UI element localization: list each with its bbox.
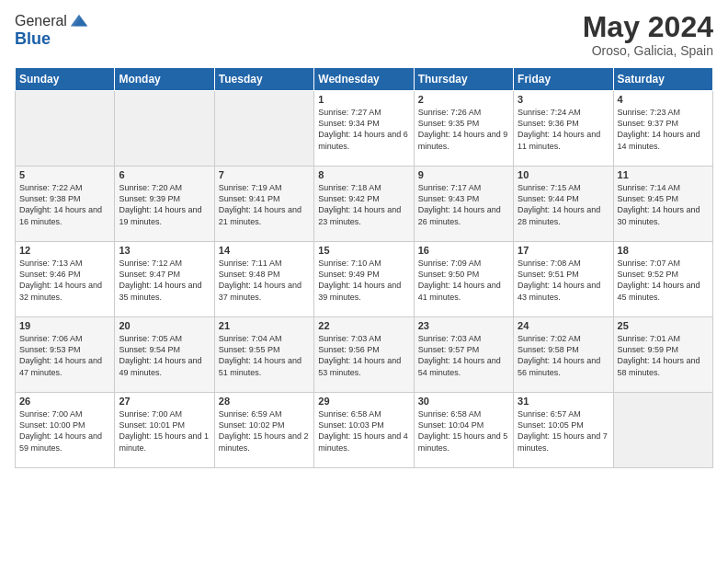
header-saturday: Saturday [613,68,712,91]
header-sunday: Sunday [16,68,115,91]
day-number: 20 [119,320,210,331]
cell-daylight: Daylight: 14 hours and 6 minutes. [318,130,408,150]
cell-daylight: Daylight: 14 hours and 58 minutes. [618,356,700,376]
cell-sunset: Sunset: 9:47 PM [119,270,180,279]
cell-sunrise: Sunrise: 7:03 AM [418,334,482,343]
calendar-cell [214,91,313,167]
cell-sunrise: Sunrise: 7:27 AM [318,108,381,117]
day-number: 5 [19,169,110,180]
day-number: 12 [19,245,110,256]
calendar-cell: 28 Sunrise: 6:59 AM Sunset: 10:02 PM Day… [214,393,313,468]
calendar-cell: 1 Sunrise: 7:27 AM Sunset: 9:34 PM Dayli… [314,91,414,167]
header-wednesday: Wednesday [314,68,414,91]
calendar-cell: 19 Sunrise: 7:06 AM Sunset: 9:53 PM Dayl… [16,317,115,393]
cell-sunrise: Sunrise: 7:06 AM [19,334,83,343]
cell-sunrise: Sunrise: 7:00 AM [119,409,182,419]
cell-sunset: Sunset: 9:59 PM [618,345,679,354]
cell-sunset: Sunset: 10:01 PM [119,420,185,430]
cell-sunset: Sunset: 9:41 PM [219,194,280,203]
cell-daylight: Daylight: 14 hours and 54 minutes. [418,356,501,376]
cell-daylight: Daylight: 14 hours and 56 minutes. [518,356,600,376]
cell-daylight: Daylight: 14 hours and 28 minutes. [518,205,600,225]
cell-sunset: Sunset: 9:50 PM [418,270,480,279]
calendar-header-row: Sunday Monday Tuesday Wednesday Thursday… [16,68,713,91]
cell-sunrise: Sunrise: 7:04 AM [219,334,282,343]
cell-daylight: Daylight: 14 hours and 9 minutes. [418,130,508,150]
day-number: 2 [418,94,509,105]
cell-sunrise: Sunrise: 7:00 AM [19,409,83,419]
calendar-cell: 27 Sunrise: 7:00 AM Sunset: 10:01 PM Day… [115,393,214,468]
calendar-cell: 12 Sunrise: 7:13 AM Sunset: 9:46 PM Dayl… [16,242,115,317]
cell-daylight: Daylight: 15 hours and 4 minutes. [318,431,408,452]
cell-sunset: Sunset: 9:54 PM [119,345,180,354]
cell-sunset: Sunset: 9:44 PM [518,194,579,203]
cell-sunset: Sunset: 9:36 PM [518,119,579,128]
cell-sunset: Sunset: 10:04 PM [418,420,484,430]
calendar-cell: 3 Sunrise: 7:24 AM Sunset: 9:36 PM Dayli… [514,91,613,167]
cell-sunrise: Sunrise: 7:01 AM [618,334,681,343]
cell-sunrise: Sunrise: 7:12 AM [119,259,182,268]
day-number: 11 [618,169,709,180]
calendar-cell [613,393,712,468]
cell-daylight: Daylight: 14 hours and 51 minutes. [219,356,301,376]
calendar-week-row: 1 Sunrise: 7:27 AM Sunset: 9:34 PM Dayli… [16,91,713,167]
day-number: 24 [518,320,609,331]
cell-daylight: Daylight: 14 hours and 53 minutes. [318,356,401,376]
calendar-week-row: 5 Sunrise: 7:22 AM Sunset: 9:38 PM Dayli… [16,167,713,242]
day-number: 13 [119,245,210,256]
cell-daylight: Daylight: 14 hours and 45 minutes. [618,281,700,301]
header-thursday: Thursday [414,68,513,91]
calendar-cell: 23 Sunrise: 7:03 AM Sunset: 9:57 PM Dayl… [414,317,513,393]
cell-sunset: Sunset: 10:00 PM [19,420,85,430]
cell-daylight: Daylight: 14 hours and 30 minutes. [618,205,700,225]
cell-sunset: Sunset: 9:42 PM [318,194,380,203]
page-header: General Blue May 2024 Oroso, Galicia, Sp… [15,11,713,58]
cell-daylight: Daylight: 14 hours and 26 minutes. [418,205,501,225]
calendar-cell: 26 Sunrise: 7:00 AM Sunset: 10:00 PM Day… [16,393,115,468]
day-number: 14 [219,245,310,256]
cell-sunset: Sunset: 9:45 PM [618,194,679,203]
calendar-week-row: 12 Sunrise: 7:13 AM Sunset: 9:46 PM Dayl… [16,242,713,317]
cell-daylight: Daylight: 14 hours and 32 minutes. [19,281,102,301]
calendar-cell: 22 Sunrise: 7:03 AM Sunset: 9:56 PM Dayl… [314,317,414,393]
cell-sunrise: Sunrise: 7:11 AM [219,259,282,268]
cell-sunset: Sunset: 9:35 PM [418,119,480,128]
calendar-cell: 8 Sunrise: 7:18 AM Sunset: 9:42 PM Dayli… [314,167,414,242]
header-tuesday: Tuesday [214,68,313,91]
day-number: 25 [618,320,709,331]
cell-daylight: Daylight: 14 hours and 49 minutes. [119,356,201,376]
cell-sunset: Sunset: 9:56 PM [318,345,380,354]
cell-sunset: Sunset: 9:37 PM [618,119,679,128]
day-number: 23 [418,320,509,331]
cell-daylight: Daylight: 15 hours and 1 minute. [119,431,209,452]
page-container: General Blue May 2024 Oroso, Galicia, Sp… [0,0,728,476]
cell-sunset: Sunset: 9:43 PM [418,194,480,203]
calendar-cell: 17 Sunrise: 7:08 AM Sunset: 9:51 PM Dayl… [514,242,613,317]
calendar-cell: 24 Sunrise: 7:02 AM Sunset: 9:58 PM Dayl… [514,317,613,393]
calendar-cell [16,91,115,167]
cell-sunset: Sunset: 9:51 PM [518,270,579,279]
day-number: 8 [318,169,409,180]
cell-daylight: Daylight: 14 hours and 41 minutes. [418,281,501,301]
calendar-week-row: 19 Sunrise: 7:06 AM Sunset: 9:53 PM Dayl… [16,317,713,393]
cell-daylight: Daylight: 15 hours and 7 minutes. [518,431,608,452]
calendar-cell [115,91,214,167]
cell-daylight: Daylight: 15 hours and 5 minutes. [418,431,508,452]
header-monday: Monday [115,68,214,91]
cell-sunrise: Sunrise: 7:24 AM [518,108,581,117]
day-number: 22 [318,320,409,331]
cell-sunset: Sunset: 9:46 PM [19,270,81,279]
calendar-cell: 9 Sunrise: 7:17 AM Sunset: 9:43 PM Dayli… [414,167,513,242]
day-number: 21 [219,320,310,331]
day-number: 9 [418,169,509,180]
day-number: 31 [518,396,609,407]
calendar-cell: 21 Sunrise: 7:04 AM Sunset: 9:55 PM Dayl… [214,317,313,393]
calendar-week-row: 26 Sunrise: 7:00 AM Sunset: 10:00 PM Day… [16,393,713,468]
cell-sunrise: Sunrise: 7:14 AM [618,183,681,192]
calendar-table: Sunday Monday Tuesday Wednesday Thursday… [15,67,713,468]
cell-sunset: Sunset: 9:58 PM [518,345,579,354]
cell-sunrise: Sunrise: 7:17 AM [418,183,482,192]
cell-daylight: Daylight: 14 hours and 14 minutes. [618,130,700,150]
cell-daylight: Daylight: 15 hours and 2 minutes. [219,431,309,452]
cell-daylight: Daylight: 14 hours and 43 minutes. [518,281,600,301]
